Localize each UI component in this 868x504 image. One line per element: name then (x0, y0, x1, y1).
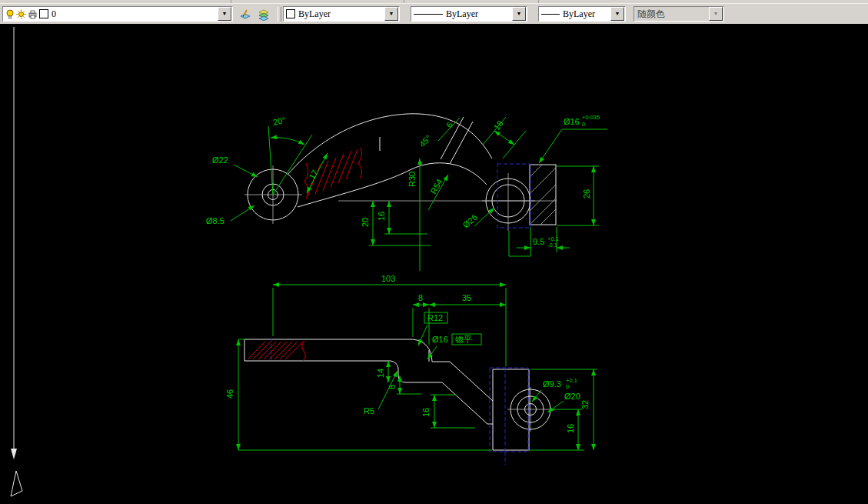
front-view-phantom-lines (271, 338, 528, 465)
layer-state-icons (3, 8, 48, 19)
linetype-sample-icon (414, 14, 443, 15)
front-view-dimensions: 103 8 35 R12 Ø16 锪平 14 8 R5 16 46 Ø9.3 +… (225, 274, 597, 450)
top-view: 20° Ø22 Ø8.5 17 R30 R54 45° 6 18 Ø16 +0.… (206, 114, 607, 271)
layer-plot-printer-icon[interactable] (28, 9, 38, 19)
make-object-layer-current-button[interactable] (237, 6, 254, 23)
linetype-combo-dropdown-arrow[interactable]: ▼ (512, 7, 526, 21)
linetype-combo-value: ByLayer (443, 8, 511, 20)
dim-r5: R5 (364, 406, 374, 416)
top-view-outline (244, 114, 557, 231)
color-combo-value: ByLayer (295, 8, 384, 20)
dim-dia-16-tol-dn: 0 (582, 121, 585, 128)
layer-combo-value: 0 (48, 8, 217, 20)
dim-spotface-label: 锪平 (455, 335, 472, 344)
drawing-canvas[interactable]: 20° Ø22 Ø8.5 17 R30 R54 45° 6 18 Ø16 +0.… (0, 25, 868, 504)
dim-dia-20: Ø20 (564, 392, 580, 401)
plotstyle-combo-value: 随颜色 (634, 8, 708, 21)
plotstyle-combo: 随颜色 ▼ (634, 6, 724, 22)
color-swatch-icon (286, 9, 295, 18)
dim-dia-26: Ø26 (461, 212, 480, 230)
dim-len-8-side: 8 (387, 385, 397, 389)
color-combo[interactable]: ByLayer ▼ (283, 6, 400, 22)
layer-combo[interactable]: 0 ▼ (2, 6, 233, 22)
layer-on-bulb-icon[interactable] (5, 8, 15, 19)
dim-r30: R30 (407, 172, 417, 187)
left-axis-line (11, 27, 22, 496)
dim-dia-8-5: Ø8.5 (206, 216, 224, 225)
dim-len-46: 46 (225, 389, 234, 399)
dim-len-26: 26 (582, 189, 591, 199)
top-view-dimensions: 20° Ø22 Ø8.5 17 R30 R54 45° 6 18 Ø16 +0.… (206, 114, 607, 271)
dim-dia-16-spotface: Ø16 (432, 335, 448, 344)
toolbar-grip[interactable] (278, 7, 281, 22)
front-view-section-hatch (248, 341, 305, 361)
layer-previous-icon (258, 8, 270, 21)
dim-len-32: 32 (580, 400, 590, 409)
toolbar-row: 0 ▼ ByLayer ▼ By (0, 4, 868, 25)
dim-angle-20: 20° (272, 115, 287, 127)
layer-previous-button[interactable] (255, 6, 272, 23)
color-combo-dropdown-arrow[interactable]: ▼ (384, 7, 398, 21)
lineweight-combo-value: ByLayer (560, 8, 610, 20)
lineweight-combo-dropdown-arrow[interactable]: ▼ (610, 7, 624, 21)
layer-color-swatch-icon[interactable] (39, 9, 48, 18)
layer-freeze-sun-icon[interactable] (16, 9, 26, 19)
toolbar: 0 ▼ ByLayer ▼ By (0, 0, 868, 25)
dim-len-103: 103 (381, 274, 395, 283)
dim-len-16: 16 (377, 212, 386, 221)
dim-len-14: 14 (376, 369, 385, 378)
dim-len-20: 20 (361, 218, 370, 227)
dim-len-9-5: 9.5 (533, 237, 544, 246)
drawing-area[interactable]: 20° Ø22 Ø8.5 17 R30 R54 45° 6 18 Ø16 +0.… (0, 25, 868, 504)
dim-dia-9-3-tol-dn: 0 (566, 383, 569, 390)
top-view-phantom-lines (497, 164, 530, 228)
dim-dia-9-3: Ø9.3 (543, 379, 561, 389)
linetype-combo[interactable]: ByLayer ▼ (411, 6, 527, 22)
dim-len-8-top: 8 (418, 293, 423, 302)
dim-dia-16: Ø16 (564, 117, 580, 126)
dim-len-16-right: 16 (566, 424, 575, 433)
dim-len-9-5-tol-dn: -0.1 (547, 242, 557, 249)
layer-combo-dropdown-arrow[interactable]: ▼ (218, 7, 231, 21)
dim-len-16-mid: 16 (421, 408, 431, 417)
dim-dia-16-tol-up: +0.035 (582, 114, 600, 121)
dim-len-35: 35 (462, 293, 471, 302)
make-object-layer-current-icon (239, 8, 251, 21)
front-view-outline (244, 339, 555, 450)
plotstyle-combo-dropdown-arrow: ▼ (709, 7, 723, 21)
dim-angle-45: 45° (417, 133, 433, 149)
lineweight-sample-icon (541, 14, 560, 15)
front-view: 103 8 35 R12 Ø16 锪平 14 8 R5 16 46 Ø9.3 +… (225, 274, 597, 465)
dim-dia-22: Ø22 (212, 155, 228, 165)
dim-r12: R12 (427, 313, 443, 322)
lineweight-combo[interactable]: ByLayer ▼ (538, 6, 626, 22)
